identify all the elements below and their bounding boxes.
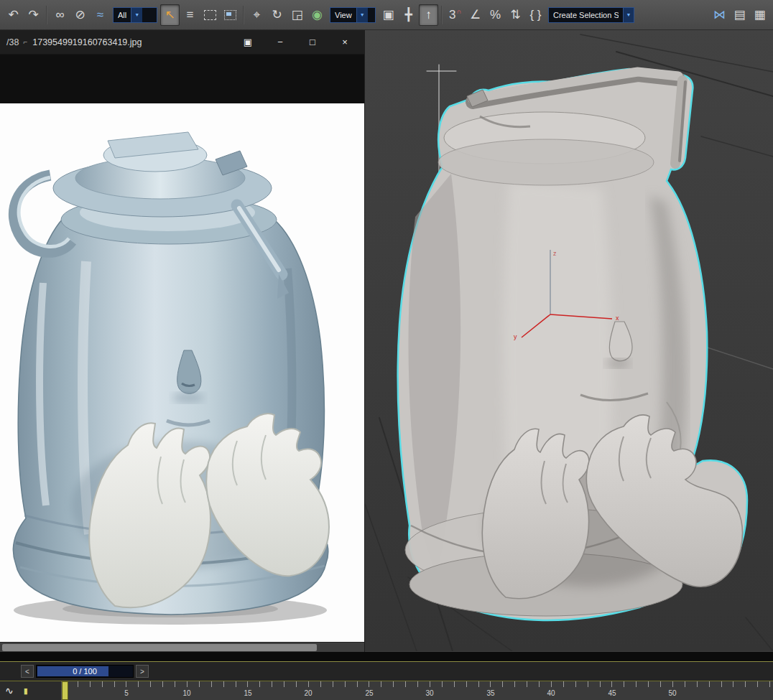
perspective-viewport[interactable]: z x y — [364, 30, 773, 652]
rectangular-selection-region-button[interactable] — [200, 4, 220, 26]
mini-curve-editor-icon[interactable]: ∿ — [5, 686, 14, 696]
track-bar-minor-ticks — [62, 681, 773, 687]
window-maximize-icon[interactable]: □ — [307, 37, 318, 47]
snap-3d-icon: 3 — [449, 9, 455, 21]
magnet-icon: ∩ — [457, 8, 461, 15]
key-marker-icon: ▮ — [24, 686, 28, 696]
reference-photo-illustration — [0, 103, 364, 642]
application-window: ↶ ↷ ∞ ⊘ ≈ All ▼ ↖ ≡ ⌖ ↻ ◲ ◉ View ▼ ▣ ╋ ↑… — [0, 0, 773, 700]
tick-label: 10 — [182, 689, 190, 697]
align-button[interactable]: ▤ — [730, 4, 749, 26]
reference-image-window: /38 ⌐ 1739549919160763419.jpg ▣ − □ × — [0, 30, 364, 652]
unlink-icon: ⊘ — [75, 9, 85, 21]
scrollbar-thumb[interactable] — [2, 644, 317, 651]
reference-window-canvas-margin — [0, 54, 364, 103]
previous-frame-button[interactable]: < — [21, 665, 34, 678]
mirror-button[interactable]: ⋈ — [710, 4, 729, 26]
link-icon: ∞ — [55, 9, 64, 21]
spinner-snap-button[interactable]: ⇅ — [506, 4, 525, 26]
select-and-place-button[interactable]: ◉ — [307, 4, 327, 26]
angle-snap-button[interactable]: ∠ — [466, 4, 485, 26]
select-object-button[interactable]: ↖ — [160, 4, 180, 26]
chevron-down-icon: ▼ — [356, 8, 368, 22]
window-crossing-toggle-button[interactable] — [221, 4, 240, 26]
window-restore-icon[interactable]: ▣ — [242, 37, 254, 47]
reference-photo-area — [0, 103, 364, 642]
mirror-icon: ⋈ — [713, 9, 726, 21]
select-by-name-button[interactable]: ≡ — [180, 4, 200, 26]
axis-y-label: y — [514, 333, 517, 340]
snaps-toggle-button[interactable]: 3∩ — [445, 4, 465, 26]
cursor-icon: ↖ — [165, 9, 175, 21]
place-icon: ◉ — [312, 9, 323, 21]
select-and-move-button[interactable]: ⌖ — [247, 4, 267, 26]
toggle-scene-explorer-button[interactable]: ▦ — [750, 4, 769, 26]
undo-button[interactable]: ↶ — [4, 4, 23, 26]
braces-icon: { } — [529, 9, 541, 21]
axis-z-label: z — [553, 250, 557, 257]
named-selection-sets-value: Create Selection Se — [553, 11, 619, 19]
coordinate-system-value: View — [335, 11, 352, 19]
list-icon: ≡ — [187, 9, 194, 21]
time-slider-row: < 0 / 100 > — [0, 662, 773, 681]
next-frame-button[interactable]: > — [136, 665, 149, 678]
table-grid-icon: ▦ — [754, 9, 765, 21]
axis-x-label: x — [616, 314, 619, 322]
selection-filter-dropdown[interactable]: All ▼ — [113, 7, 157, 23]
move-icon: ⌖ — [254, 9, 261, 21]
space-warp-icon: ≈ — [97, 9, 103, 21]
chevron-down-icon: ▼ — [623, 8, 634, 22]
tick-label: 20 — [304, 689, 312, 697]
rotate-icon: ↻ — [272, 9, 282, 21]
window-controls: ▣ − □ × — [242, 37, 351, 47]
image-index-label: /38 — [6, 37, 19, 47]
region-select-icon — [204, 10, 216, 20]
tick-label: 5 — [124, 689, 129, 697]
tick-label: 35 — [486, 689, 494, 697]
redo-icon: ↷ — [28, 9, 38, 21]
window-minimize-icon[interactable]: − — [274, 37, 286, 47]
window-close-icon[interactable]: × — [339, 37, 351, 47]
toolbar-separator — [46, 6, 47, 24]
arrow-up-icon: ↑ — [425, 9, 432, 21]
use-pivot-center-button[interactable]: ▣ — [379, 4, 398, 26]
bind-to-space-warp-button[interactable]: ≈ — [91, 4, 110, 26]
select-and-scale-button[interactable]: ◲ — [287, 4, 307, 26]
unlink-selection-button[interactable]: ⊘ — [70, 4, 90, 26]
reference-coordinate-system-dropdown[interactable]: View ▼ — [330, 7, 376, 23]
chevron-down-icon: ▼ — [131, 8, 142, 22]
select-and-link-button[interactable]: ∞ — [50, 4, 70, 26]
tick-label: 15 — [244, 689, 251, 697]
undo-icon: ↶ — [8, 9, 18, 21]
toolbar-separator — [441, 6, 443, 24]
toolbar-separator — [243, 6, 244, 24]
selection-filter-value: All — [118, 11, 126, 19]
align-icon: ▤ — [733, 9, 745, 21]
redo-button[interactable]: ↷ — [24, 4, 43, 26]
spinner-snap-icon: ⇅ — [510, 9, 520, 21]
tick-label: 50 — [668, 689, 676, 697]
current-frame-marker[interactable] — [62, 681, 68, 700]
select-and-manipulate-button[interactable]: ╋ — [399, 4, 418, 26]
percent-snap-button[interactable]: % — [486, 4, 505, 26]
angle-snap-icon: ∠ — [470, 9, 481, 21]
image-filename-label: 1739549919160763419.jpg — [32, 37, 142, 47]
tick-label: 30 — [425, 689, 433, 697]
main-toolbar: ↶ ↷ ∞ ⊘ ≈ All ▼ ↖ ≡ ⌖ ↻ ◲ ◉ View ▼ ▣ ╋ ↑… — [0, 0, 773, 30]
reference-window-titlebar[interactable]: /38 ⌐ 1739549919160763419.jpg ▣ − □ × — [0, 30, 364, 54]
edit-named-selection-sets-button[interactable]: { } — [526, 4, 545, 26]
time-slider[interactable]: 0 / 100 — [36, 665, 134, 678]
select-and-rotate-button[interactable]: ↻ — [267, 4, 287, 26]
scale-icon: ◲ — [291, 9, 302, 21]
named-selection-sets-dropdown[interactable]: Create Selection Se ▼ — [548, 7, 634, 23]
window-crossing-icon — [224, 10, 236, 20]
track-bar[interactable]: 5 10 15 20 25 30 35 40 45 50 ∿ ▮ — [0, 681, 773, 700]
tick-label: 40 — [547, 689, 555, 697]
tick-label: 25 — [365, 689, 373, 697]
viewport-render: z x y — [365, 30, 773, 651]
track-bar-tools: ∿ ▮ — [0, 681, 62, 700]
manipulate-icon: ╋ — [404, 9, 412, 21]
track-bar-gutter — [0, 652, 773, 662]
title-marker-icon: ⌐ — [23, 38, 27, 46]
keyboard-override-button[interactable]: ↑ — [419, 4, 438, 26]
